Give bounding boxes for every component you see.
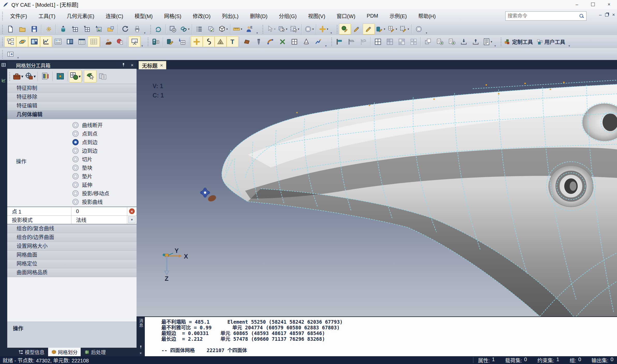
chevron-down-icon[interactable]: ▾ xyxy=(79,74,81,79)
add-entity-button[interactable]: ▾ xyxy=(318,24,329,34)
radio-unselected-icon[interactable] xyxy=(72,165,79,171)
toolbar-grip[interactable] xyxy=(2,50,3,58)
table-view-button[interactable] xyxy=(76,36,88,47)
close-button[interactable]: × xyxy=(601,0,617,9)
menu-网格S[interactable]: 网格(S) xyxy=(159,11,187,21)
toolbar-overflow-button[interactable]: ▾ xyxy=(325,44,327,48)
radio-option-row[interactable]: 切片 xyxy=(72,155,109,163)
custom-tools-button[interactable]: 定制工具 xyxy=(503,36,535,47)
menu-帮助H[interactable]: 帮助(H) xyxy=(412,11,441,21)
menu-视图V[interactable]: 视图(V) xyxy=(302,11,331,21)
chevron-down-icon[interactable]: ▾ xyxy=(274,27,276,31)
undo-button[interactable] xyxy=(119,24,131,34)
locate-target-button[interactable]: ▾ xyxy=(24,70,36,82)
chevron-down-icon[interactable]: ▾ xyxy=(34,74,36,79)
radio-option-row[interactable]: 点到点 xyxy=(72,129,109,138)
toolbar-overflow-button[interactable]: ▾ xyxy=(330,31,332,35)
viewport-tab-untitled[interactable]: 无标题 × xyxy=(139,61,166,70)
geometry-tools-button[interactable] xyxy=(164,36,176,47)
user-profile-button[interactable] xyxy=(102,36,114,47)
rotate-view-button[interactable] xyxy=(153,24,164,34)
toolbar-overflow-button[interactable]: ▾ xyxy=(17,56,19,59)
panel-close-icon[interactable]: × xyxy=(128,63,137,68)
new-file-button[interactable] xyxy=(4,24,16,34)
picture-open-button[interactable] xyxy=(105,24,117,34)
presentation-button[interactable] xyxy=(129,36,140,47)
toolbar-grip[interactable] xyxy=(336,25,338,33)
toolbar-grip[interactable] xyxy=(500,37,502,46)
toolbar-overflow-button[interactable]: ▾ xyxy=(257,31,258,35)
region-edit-button[interactable]: ▾ xyxy=(398,24,410,34)
clear-field-button[interactable]: × xyxy=(127,207,137,215)
view-quad-mixed-button[interactable] xyxy=(396,36,408,47)
section-item[interactable]: 网格曲面 xyxy=(7,251,137,260)
section-item[interactable]: 特征移除 xyxy=(7,93,137,102)
import-model-button[interactable] xyxy=(57,24,69,34)
create-plane-button[interactable] xyxy=(289,36,300,47)
pin-icon[interactable] xyxy=(139,345,142,349)
dropdown-button[interactable]: ▼ xyxy=(127,216,137,224)
copy-view-button[interactable] xyxy=(422,36,434,47)
import-file-button[interactable] xyxy=(434,36,446,47)
pick-cursor-button[interactable] xyxy=(84,70,96,82)
deselect-all-button[interactable]: ▾ xyxy=(303,24,315,34)
draw-edit-button[interactable] xyxy=(351,24,363,34)
menu-几何元素E[interactable]: 几何元素(E) xyxy=(61,11,100,21)
load-view-button[interactable] xyxy=(470,36,481,47)
radio-unselected-icon[interactable] xyxy=(72,182,79,188)
record-macro-button[interactable] xyxy=(114,36,126,47)
create-solid-button[interactable] xyxy=(241,36,253,47)
mdi-close-button[interactable]: × xyxy=(612,12,615,17)
chevron-down-icon[interactable]: ▾ xyxy=(21,74,23,79)
constraint-set-button[interactable] xyxy=(334,36,345,47)
toolbar-grip[interactable] xyxy=(9,72,11,81)
region-pick-button[interactable]: ▾ xyxy=(289,24,300,34)
menu-文件F[interactable]: 文件(F) xyxy=(4,11,33,21)
entity-pick-button[interactable]: ▾ xyxy=(277,24,289,34)
chevron-down-icon[interactable]: ▾ xyxy=(298,27,299,31)
export-file-button[interactable] xyxy=(446,36,458,47)
sphere-edit-button[interactable] xyxy=(339,24,351,34)
preferences-button[interactable] xyxy=(43,24,55,34)
link-entities-button[interactable]: ▾ xyxy=(179,24,191,34)
orbit-model-button[interactable] xyxy=(16,36,28,47)
pointer-select-button[interactable]: ▾ xyxy=(265,24,277,34)
section-item[interactable]: 特征编辑 xyxy=(7,102,137,110)
list-view-button[interactable] xyxy=(64,36,76,47)
zoom-select-button[interactable] xyxy=(167,24,179,34)
maximize-button[interactable] xyxy=(585,0,601,9)
radio-option-row[interactable]: 垫块 xyxy=(72,163,109,172)
toolbar-grip[interactable] xyxy=(262,25,264,33)
menu-模型M[interactable]: 模型(M) xyxy=(129,11,159,21)
colorbar-view-button[interactable] xyxy=(39,70,51,82)
window-import-button[interactable] xyxy=(69,24,81,34)
mdi-minimize-button[interactable]: – xyxy=(599,12,601,17)
radio-unselected-icon[interactable] xyxy=(72,122,79,128)
radio-option-row[interactable]: 垫片 xyxy=(72,172,109,180)
radio-unselected-icon[interactable] xyxy=(72,190,79,196)
radio-unselected-icon[interactable] xyxy=(72,148,79,154)
solid-view-button[interactable]: ▾ xyxy=(217,24,229,34)
menu-工具T[interactable]: 工具(T) xyxy=(33,11,61,21)
toolbar-overflow-button[interactable]: ▾ xyxy=(426,31,427,35)
menu-连接C[interactable]: 连接(C) xyxy=(100,11,129,21)
mesh-edit-button[interactable]: ▾ xyxy=(387,24,398,34)
create-text-button[interactable]: T xyxy=(227,36,238,47)
side-tab-charting[interactable]: 图表 xyxy=(0,75,7,85)
copy-list-button[interactable] xyxy=(96,70,109,82)
create-point-button[interactable] xyxy=(191,36,203,47)
chevron-down-icon[interactable]: ▾ xyxy=(286,27,288,31)
section-item[interactable]: 组合的/复合曲线 xyxy=(7,224,137,233)
solid-edit-button[interactable]: ▾ xyxy=(375,24,387,34)
radio-option-row[interactable]: 边到边 xyxy=(72,146,109,155)
window-export-button[interactable] xyxy=(81,24,93,34)
create-curve-button[interactable] xyxy=(203,36,215,47)
field-value-select[interactable]: 法线 xyxy=(71,216,127,224)
pane-tab-model-info[interactable]: 模型信息 xyxy=(15,348,48,356)
menu-分组G[interactable]: 分组(G) xyxy=(273,11,302,21)
save-button[interactable] xyxy=(28,24,40,34)
toolbar-grip[interactable] xyxy=(2,37,3,46)
model-tree-button[interactable] xyxy=(4,36,16,47)
entity-list-button[interactable] xyxy=(193,24,205,34)
search-icon[interactable] xyxy=(579,13,584,19)
